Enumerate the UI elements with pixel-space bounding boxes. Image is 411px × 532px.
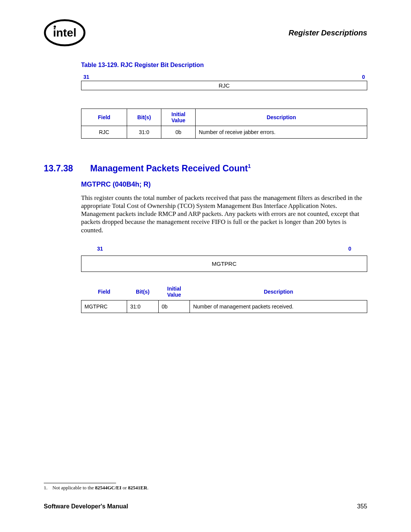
footnote-num: 1. — [44, 485, 48, 490]
page-footer: Software Developer's Manual 355 — [44, 503, 367, 510]
section-subhead: MGTPRC (040B4h; R) — [81, 181, 367, 189]
footnote-suffix: . — [147, 485, 148, 490]
table-row: MGTPRC 31:0 0b Number of management pack… — [81, 300, 367, 313]
table1-caption: Table 13-129. RJC Register Bit Descripti… — [81, 62, 367, 69]
cell-field: RJC — [81, 126, 127, 139]
table-row: RJC 31:0 0b Number of receive jabber err… — [81, 126, 367, 139]
cell-desc: Number of management packets received. — [190, 300, 367, 313]
bit-lo: 0 — [362, 74, 365, 80]
section-paragraph: This register counts the total number of… — [81, 194, 367, 234]
th-init: Initial Value — [158, 283, 190, 300]
footer-title: Software Developer's Manual — [44, 503, 128, 510]
footnote-rule — [44, 483, 116, 483]
cell-desc: Number of receive jabber errors. — [196, 126, 367, 139]
th-bits: Bit(s) — [127, 109, 161, 126]
footnote-bold2: 82541ER — [128, 485, 147, 490]
th-init: Initial Value — [161, 109, 196, 126]
table1: Field Bit(s) Initial Value Description R… — [81, 109, 367, 139]
footnote-prefix: Not applicable to the — [53, 485, 95, 490]
section-footnote-ref: 1 — [248, 163, 251, 169]
page-header: intel Register Descriptions — [44, 19, 367, 46]
cell-init: 0b — [158, 300, 190, 313]
table2-bitrange: 31 0 — [81, 246, 367, 256]
section-title: Management Packets Received Count1 — [90, 163, 251, 174]
th-field: Field — [81, 283, 127, 300]
footnote-mid: or — [121, 485, 128, 490]
th-field: Field — [81, 109, 127, 126]
th-desc: Description — [190, 283, 367, 300]
page-number: 355 — [357, 503, 367, 510]
th-bits: Bit(s) — [127, 283, 159, 300]
cell-init: 0b — [161, 126, 196, 139]
table1-bitrange: 31 0 — [81, 74, 367, 81]
cell-bits: 31:0 — [127, 126, 161, 139]
section-number: 13.7.38 — [44, 163, 81, 174]
table2-bitbox: MGTPRC — [81, 256, 367, 272]
footnote-bold1: 82544GC/EI — [95, 485, 121, 490]
cell-field: MGTPRC — [81, 300, 127, 313]
svg-text:intel: intel — [53, 26, 76, 39]
footnote-area: 1. Not applicable to the 82544GC/EI or 8… — [44, 483, 148, 491]
cell-bits: 31:0 — [127, 300, 159, 313]
intel-logo: intel — [44, 19, 86, 46]
bit-hi: 31 — [83, 74, 89, 80]
section-title-text: Management Packets Received Count — [90, 163, 248, 173]
footnote: 1. Not applicable to the 82544GC/EI or 8… — [44, 485, 148, 491]
table2: Field Bit(s) Initial Value Description M… — [81, 283, 367, 313]
svg-point-2 — [54, 26, 56, 28]
header-title: Register Descriptions — [288, 29, 367, 37]
table1-bitbox: RJC — [81, 81, 367, 90]
bit-hi: 31 — [97, 246, 103, 252]
th-desc: Description — [196, 109, 367, 126]
section-heading: 13.7.38 Management Packets Received Coun… — [44, 163, 367, 174]
bit-lo: 0 — [348, 246, 351, 252]
